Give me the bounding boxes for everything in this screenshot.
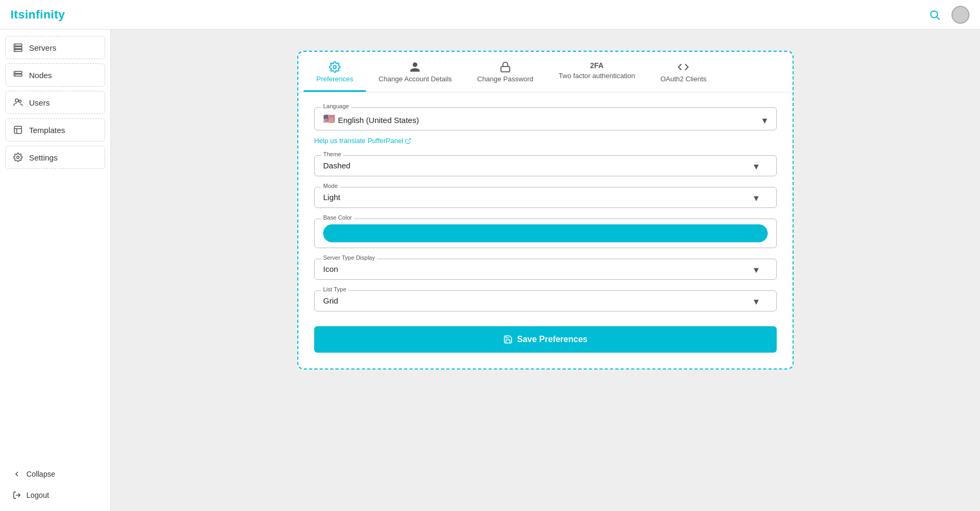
sidebar-item-nodes[interactable]: Nodes: [5, 63, 105, 87]
settings-icon: [13, 153, 23, 162]
server-type-display-select[interactable]: Icon: [323, 262, 768, 273]
theme-label: Theme: [321, 151, 343, 157]
base-color-picker[interactable]: [323, 224, 768, 242]
language-flag: 🇺🇸: [323, 113, 335, 125]
preferences-form: Language 🇺🇸 English (United States) ▼ He…: [298, 92, 793, 368]
header-icons: [926, 6, 969, 24]
svg-point-17: [17, 156, 20, 159]
svg-line-1: [937, 17, 939, 20]
person-icon: [409, 61, 421, 73]
translate-link-text: Help us translate PufferPanel: [314, 137, 403, 145]
nodes-icon: [13, 70, 23, 80]
logo: Itsinfinity: [11, 8, 65, 22]
mode-label: Mode: [321, 183, 340, 189]
svg-rect-20: [501, 67, 510, 72]
language-label: Language: [321, 103, 351, 109]
svg-point-0: [931, 11, 938, 17]
svg-point-6: [15, 48, 16, 49]
tab-two-factor-label: Two factor authentication: [559, 72, 635, 80]
svg-point-10: [15, 72, 16, 73]
avatar[interactable]: [951, 6, 969, 24]
base-color-field: Base Color: [314, 219, 777, 248]
mode-select[interactable]: Light: [323, 191, 768, 202]
preferences-card: Preferences Change Account Details Chang…: [297, 51, 794, 370]
theme-select[interactable]: Dashed: [323, 159, 768, 170]
list-type-label: List Type: [321, 286, 348, 292]
servers-icon: [13, 43, 23, 52]
sidebar-label-settings: Settings: [29, 153, 58, 162]
svg-line-21: [408, 138, 411, 141]
main-layout: Servers Nodes Users Templates: [0, 30, 980, 511]
base-color-label: Base Color: [321, 214, 354, 221]
tab-two-factor[interactable]: 2FA Two factor authentication: [546, 52, 648, 92]
templates-icon: [13, 125, 23, 135]
tab-account-details-label: Change Account Details: [379, 75, 452, 83]
language-field: Language 🇺🇸 English (United States) ▼: [314, 107, 777, 130]
sidebar-label-servers: Servers: [29, 43, 56, 52]
save-button-label: Save Preferences: [517, 335, 587, 344]
svg-point-12: [15, 99, 18, 102]
tab-change-password[interactable]: Change Password: [465, 52, 546, 92]
gear-icon: [329, 61, 341, 73]
theme-field: Theme Dashed ▼: [314, 155, 777, 176]
svg-point-19: [333, 65, 336, 69]
svg-point-7: [15, 50, 16, 51]
sidebar-bottom: Collapse Logout: [5, 459, 105, 505]
tab-account-details[interactable]: Change Account Details: [366, 52, 465, 92]
chevron-left-icon: [13, 470, 21, 478]
2fa-icon: 2FA: [590, 61, 604, 70]
save-icon: [503, 335, 513, 344]
sidebar-collapse[interactable]: Collapse: [5, 465, 105, 484]
main-content: Preferences Change Account Details Chang…: [111, 30, 980, 511]
logout-icon: [13, 491, 21, 499]
tab-oauth2[interactable]: OAuth2 Clients: [648, 52, 719, 92]
sidebar-item-users[interactable]: Users: [5, 91, 105, 114]
svg-point-5: [15, 44, 16, 45]
header: Itsinfinity: [0, 0, 980, 30]
sidebar: Servers Nodes Users Templates: [0, 30, 111, 511]
svg-rect-14: [14, 126, 22, 134]
sidebar-label-nodes: Nodes: [29, 71, 52, 80]
tabs-bar: Preferences Change Account Details Chang…: [298, 52, 793, 92]
sidebar-label-templates: Templates: [29, 126, 65, 135]
search-icon[interactable]: [926, 6, 943, 23]
sidebar-logout[interactable]: Logout: [5, 486, 105, 505]
language-select[interactable]: English (United States): [338, 113, 768, 125]
list-type-field: List Type Grid ▼: [314, 290, 777, 311]
logout-label: Logout: [26, 491, 49, 499]
mode-field: Mode Light ▼: [314, 187, 777, 208]
svg-point-11: [15, 75, 16, 76]
list-type-select[interactable]: Grid: [323, 294, 768, 305]
tab-preferences[interactable]: Preferences: [304, 52, 366, 92]
server-type-display-label: Server Type Display: [321, 254, 377, 261]
svg-point-13: [19, 100, 22, 103]
code-icon: [677, 61, 689, 73]
collapse-label: Collapse: [26, 470, 55, 478]
tab-change-password-label: Change Password: [477, 75, 533, 83]
sidebar-item-servers[interactable]: Servers: [5, 36, 105, 59]
tab-oauth2-label: OAuth2 Clients: [661, 75, 706, 83]
save-preferences-button[interactable]: Save Preferences: [314, 326, 777, 353]
sidebar-item-templates[interactable]: Templates: [5, 118, 105, 141]
users-icon: [13, 98, 23, 107]
external-link-icon: [405, 138, 411, 144]
tab-preferences-label: Preferences: [316, 75, 353, 83]
language-select-row: 🇺🇸 English (United States) ▼: [323, 111, 768, 125]
server-type-display-field: Server Type Display Icon ▼: [314, 259, 777, 280]
lock-icon: [500, 61, 511, 73]
translate-link[interactable]: Help us translate PufferPanel: [314, 137, 777, 145]
sidebar-item-settings[interactable]: Settings: [5, 146, 105, 169]
sidebar-label-users: Users: [29, 98, 50, 107]
